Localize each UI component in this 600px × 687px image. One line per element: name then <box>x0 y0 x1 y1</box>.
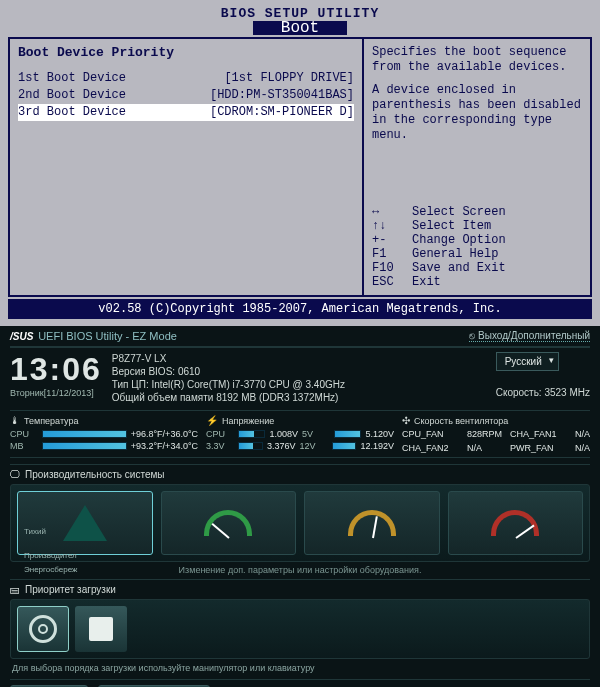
right-block: Русский Скорость: 3523 MHz <box>496 352 590 404</box>
cpu-model: Intel(R) Core(TM) i7-3770 CPU @ 3.40GHz <box>151 379 345 390</box>
ami-footer: v02.58 (C)Copyright 1985-2007, American … <box>8 299 592 319</box>
fan-col: ✣Скорость вентилятора CPU_FAN828RPM CHA_… <box>402 415 590 453</box>
ami-help-pane: Specifies the boot sequence from the ava… <box>364 39 590 295</box>
system-info: P8Z77-V LX Версия BIOS: 0610 Тип ЦП: Int… <box>112 352 486 404</box>
asus-logo: /SUS <box>10 331 33 342</box>
boot-icon: 🖴 <box>10 584 20 595</box>
performance-section: 🖵Производительность системы Тихий Произв… <box>10 464 590 575</box>
bolt-icon: ⚡ <box>206 415 218 426</box>
gauge-amber-icon <box>348 510 396 536</box>
ami-bios-panel: BIOS SETUP UTILITY Boot Boot Device Prio… <box>0 0 600 326</box>
boot-hint: Для выбора порядка загрузки используйте … <box>12 663 590 673</box>
language-select[interactable]: Русский <box>496 352 559 371</box>
gauge-green-icon <box>204 510 252 536</box>
bios-version: 0610 <box>178 366 200 377</box>
ami-main-pane: Boot Device Priority 1st Boot Device [1s… <box>10 39 364 295</box>
boot-row-2[interactable]: 2nd Boot Device [HDD:PM-ST350041BAS] <box>18 87 354 104</box>
ami-desc-2: A device enclosed in parenthesis has bee… <box>372 83 582 143</box>
sensors-row: 🌡Температура CPU+96.8°F/+36.0°C MB+93.2°… <box>10 410 590 458</box>
performance-cards: Тихий Производител Энергосбереж <box>10 484 590 562</box>
fan-icon: ✣ <box>402 415 410 426</box>
boot-row-1[interactable]: 1st Boot Device [1st FLOPPY DRIVE] <box>18 70 354 87</box>
temperature-col: 🌡Температура CPU+96.8°F/+36.0°C MB+93.2°… <box>10 415 198 453</box>
cpu-temp-bar <box>42 430 127 438</box>
ami-desc-1: Specifies the boot sequence from the ava… <box>372 45 582 75</box>
memory-total: 8192 MB (DDR3 1372MHz) <box>216 392 338 403</box>
clock: 13:06 <box>10 352 102 386</box>
boot-device-2[interactable] <box>75 606 127 652</box>
boot-row-3-value: [CDROM:SM-PIONEER D] <box>210 104 354 121</box>
boot-row-1-value: [1st FLOPPY DRIVE] <box>224 70 354 87</box>
board-model: P8Z77-V LX <box>112 352 486 365</box>
drive-icon <box>89 617 113 641</box>
thermometer-icon: 🌡 <box>10 415 20 426</box>
triangle-icon <box>63 505 107 541</box>
uefi-header: /SUS UEFI BIOS Utility - EZ Mode ⎋ Выход… <box>10 330 590 348</box>
date: Вторник[11/12/2013] <box>10 388 102 398</box>
boot-row-1-label: 1st Boot Device <box>18 70 126 87</box>
exit-advanced-link[interactable]: ⎋ Выход/Дополнительный <box>469 330 590 342</box>
clock-block: 13:06 Вторник[11/12/2013] <box>10 352 102 404</box>
uefi-panel: /SUS UEFI BIOS Utility - EZ Mode ⎋ Выход… <box>0 326 600 687</box>
uefi-bottom-bar: Shortcut(F3) Дополнительно(F7) Меню загр… <box>10 679 590 687</box>
cpu-speed: Скорость: 3523 MHz <box>496 387 590 398</box>
perf-power[interactable] <box>448 491 584 555</box>
perf-hint: Изменение доп. параметры или настройки о… <box>10 565 590 575</box>
uefi-summary-row: 13:06 Вторник[11/12/2013] P8Z77-V LX Вер… <box>10 348 590 410</box>
uefi-subtitle: UEFI BIOS Utility - EZ Mode <box>38 330 177 342</box>
gauge-red-icon <box>491 510 539 536</box>
optical-disc-icon <box>29 615 57 643</box>
ami-body: Boot Device Priority 1st Boot Device [1s… <box>8 37 592 297</box>
boot-priority-section: 🖴Приоритет загрузки Для выбора порядка з… <box>10 579 590 673</box>
ami-tabbar: Boot <box>8 21 592 37</box>
boot-row-2-label: 2nd Boot Device <box>18 87 126 104</box>
boot-row-3-label: 3rd Boot Device <box>18 104 126 121</box>
boot-row-2-value: [HDD:PM-ST350041BAS] <box>210 87 354 104</box>
voltage-col: ⚡Напряжение CPU1.008V 5V5.120V 3.3V3.376… <box>206 415 394 453</box>
boot-row-3[interactable]: 3rd Boot Device [CDROM:SM-PIONEER D] <box>18 104 354 121</box>
perf-asus-opt[interactable] <box>304 491 440 555</box>
boot-device-1[interactable] <box>17 606 69 652</box>
mb-temp-bar <box>42 442 127 450</box>
perf-quiet[interactable]: Тихий Производител Энергосбереж <box>17 491 153 555</box>
boot-priority-heading: Boot Device Priority <box>18 45 354 60</box>
exit-icon: ⎋ <box>469 330 475 341</box>
monitor-icon: 🖵 <box>10 469 20 480</box>
ami-hotkeys: ↔Select Screen ↑↓Select Item +-Change Op… <box>372 205 582 289</box>
perf-normal[interactable] <box>161 491 297 555</box>
tab-boot[interactable]: Boot <box>253 21 347 35</box>
boot-device-tray <box>10 599 590 659</box>
